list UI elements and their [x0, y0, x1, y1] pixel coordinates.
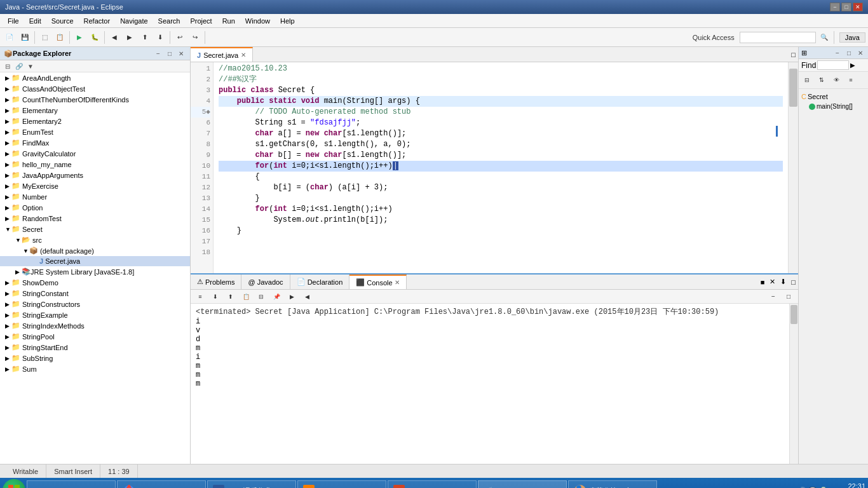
tb-btn-1[interactable]: ⬚ — [37, 30, 51, 44]
pe-item-option[interactable]: ▶ 📁 Option — [0, 202, 190, 213]
tb-save-button[interactable]: 💾 — [18, 30, 32, 44]
outline-minimize-btn[interactable]: − — [832, 48, 843, 57]
menu-refactor[interactable]: Refactor — [79, 16, 116, 26]
tb-btn-3[interactable]: ◀ — [107, 30, 121, 44]
pe-item-gravity[interactable]: ▶ 📁 GravityCalculator — [0, 148, 190, 159]
perspective-label[interactable]: Java — [839, 32, 865, 43]
editor-scrollbar-thumb[interactable] — [789, 69, 797, 107]
close-button[interactable]: ✕ — [853, 3, 863, 11]
taskbar-ie-btn[interactable]: e — [27, 480, 116, 488]
outline-collapse-btn[interactable]: ⊟ — [800, 73, 814, 87]
outline-hide-btn[interactable]: 👁 — [829, 73, 843, 87]
maximize-button[interactable]: □ — [841, 3, 851, 11]
console-tab-close[interactable]: ✕ — [395, 279, 400, 286]
console-maximize-btn[interactable]: □ — [789, 278, 798, 286]
tab-problems[interactable]: ⚠ Problems — [191, 274, 241, 289]
outline-menu-btn[interactable]: ≡ — [844, 73, 858, 87]
pe-item-secret-java[interactable]: J Secret.java — [0, 256, 190, 266]
pe-item-secret[interactable]: ▼ 📁 Secret — [0, 224, 190, 234]
tb-btn-4[interactable]: ▶ — [123, 30, 137, 44]
outline-method-main[interactable]: main(String[] — [801, 102, 865, 111]
console-scrollbar[interactable] — [789, 304, 798, 464]
pe-item-stringcon[interactable]: ▶ 📁 StringConstructors — [0, 299, 190, 309]
find-input[interactable] — [817, 60, 849, 70]
pe-item-stringconst[interactable]: ▶ 📁 StringConstant — [0, 288, 190, 299]
tab-close-btn[interactable]: ✕ — [241, 51, 246, 58]
taskbar-ppt-btn[interactable]: P 04-String.ppt - ... — [388, 480, 477, 488]
pe-maximize-btn[interactable]: □ — [165, 49, 175, 58]
taskbar-eclipse-btn[interactable]: ☕ Java - Secret/sr... — [478, 480, 567, 488]
tb-new-button[interactable]: 📄 — [3, 30, 17, 44]
console-tb-btn8[interactable]: ◀ — [300, 290, 314, 304]
menu-window[interactable]: Window — [240, 16, 275, 26]
find-next-btn[interactable]: ▶ — [850, 62, 855, 69]
pe-item-stringpool[interactable]: ▶ 📁 StringPool — [0, 331, 190, 342]
pe-item-stringidx[interactable]: ▶ 📁 StringIndexMethods — [0, 320, 190, 331]
tray-time[interactable]: 22:31 2015/10/23 — [831, 482, 865, 488]
console-tb-btn2[interactable]: ⬇ — [208, 290, 222, 304]
pe-item-count[interactable]: ▶ 📁 CountTheNumberOfDifferentKinds — [0, 94, 190, 105]
outline-maximize-btn[interactable]: □ — [844, 48, 854, 57]
quick-access-input[interactable] — [740, 32, 816, 43]
outline-close-btn[interactable]: ✕ — [855, 48, 865, 57]
tb-search-button[interactable]: 🔍 — [817, 30, 831, 44]
pe-item-stringex[interactable]: ▶ 📁 StringExample — [0, 309, 190, 320]
taskbar-chat-btn[interactable]: 👤 席菡欣等11个会话 — [568, 480, 657, 488]
console-scroll-end-btn[interactable]: ⬇ — [778, 278, 789, 286]
outline-class-secret[interactable]: C Secret — [801, 92, 865, 102]
taskbar-word-btn[interactable]: W JAVA课后作业-... — [207, 480, 296, 488]
pe-menu-btn[interactable]: ▼ — [25, 62, 36, 71]
console-tb-btn7[interactable]: ▶ — [285, 290, 299, 304]
tb-btn-7[interactable]: ↩ — [173, 30, 187, 44]
taskbar-jdk-btn[interactable]: JDK JDK API 1.6.0 中... — [297, 480, 386, 488]
menu-edit[interactable]: Edit — [24, 16, 46, 26]
console-tb-btn1[interactable]: ≡ — [193, 290, 207, 304]
console-scrollbar-thumb[interactable] — [790, 305, 797, 324]
taskbar-chrome-btn[interactable] — [117, 480, 206, 488]
tb-btn-6[interactable]: ⬇ — [153, 30, 167, 44]
pe-item-classobj[interactable]: ▶ 📁 ClassAndObjectTest — [0, 83, 190, 94]
editor-maximize-btn[interactable]: □ — [789, 51, 798, 58]
console-tb-maximize[interactable]: □ — [782, 290, 796, 304]
console-stop-btn[interactable]: ■ — [758, 278, 768, 286]
pe-item-elementary[interactable]: ▶ 📁 Elementary — [0, 105, 190, 116]
menu-search[interactable]: Search — [153, 16, 186, 26]
tab-console[interactable]: ⬛ Console ✕ — [349, 274, 406, 289]
pe-link-btn[interactable]: 🔗 — [14, 62, 24, 71]
pe-item-random[interactable]: ▶ 📁 RandomTest — [0, 213, 190, 224]
menu-help[interactable]: Help — [275, 16, 300, 26]
minimize-button[interactable]: − — [830, 3, 840, 11]
tab-javadoc[interactable]: @ Javadoc — [241, 274, 290, 289]
tb-btn-2[interactable]: 📋 — [53, 30, 67, 44]
menu-project[interactable]: Project — [185, 16, 217, 26]
tb-btn-5[interactable]: ⬆ — [138, 30, 152, 44]
tb-run-button[interactable]: ▶ — [72, 30, 86, 44]
start-button[interactable] — [3, 479, 25, 488]
pe-item-myexercise[interactable]: ▶ 📁 MyExercise — [0, 180, 190, 191]
pe-item-hello[interactable]: ▶ 📁 hello_my_name — [0, 159, 190, 170]
console-tb-btn3[interactable]: ⬆ — [224, 290, 238, 304]
pe-item-enum[interactable]: ▶ 📁 EnumTest — [0, 126, 190, 137]
menu-source[interactable]: Source — [46, 16, 79, 26]
console-tb-minimize[interactable]: − — [766, 290, 780, 304]
editor-scrollbar[interactable] — [788, 62, 798, 273]
tb-btn-8[interactable]: ↪ — [188, 30, 202, 44]
tb-debug-button[interactable]: 🐛 — [88, 30, 102, 44]
pe-item-number[interactable]: ▶ 📁 Number — [0, 191, 190, 202]
pe-minimize-btn[interactable]: − — [153, 49, 163, 58]
pe-item-area[interactable]: ▶ 📁 AreaAndLength — [0, 72, 190, 83]
pe-item-sum[interactable]: ▶ 📁 Sum — [0, 363, 190, 374]
menu-file[interactable]: File — [3, 16, 24, 26]
pe-item-javaapp[interactable]: ▶ 📁 JavaAppArguments — [0, 170, 190, 180]
console-content[interactable]: <terminated> Secret [Java Application] C… — [191, 304, 798, 464]
outline-sort-btn[interactable]: ⇅ — [815, 73, 829, 87]
pe-item-jre[interactable]: ▶ 📚 JRE System Library [JavaSE-1.8] — [0, 266, 190, 277]
pe-close-btn[interactable]: ✕ — [176, 49, 186, 58]
tab-declaration[interactable]: 📄 Declaration — [290, 274, 350, 289]
pe-item-showdemo[interactable]: ▶ 📁 ShowDemo — [0, 277, 190, 288]
menu-navigate[interactable]: Navigate — [115, 16, 153, 26]
menu-run[interactable]: Run — [217, 16, 240, 26]
pe-item-src[interactable]: ▼ 📂 src — [0, 234, 190, 245]
pe-item-stringstart[interactable]: ▶ 📁 StringStartEnd — [0, 342, 190, 353]
console-tb-btn6[interactable]: 📌 — [269, 290, 283, 304]
